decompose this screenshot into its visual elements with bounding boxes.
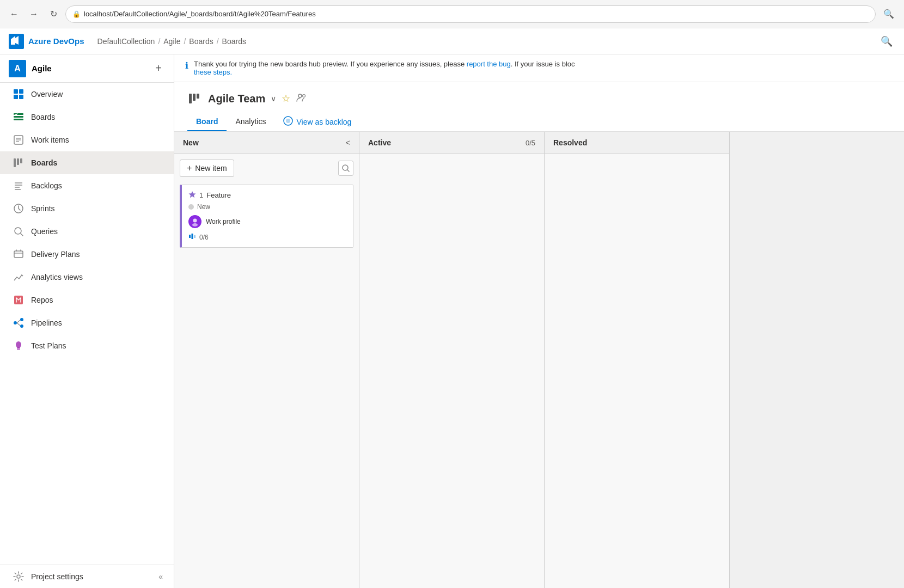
- breadcrumb: DefaultCollection / Agile / Boards / Boa…: [97, 37, 246, 46]
- sidebar-item-boards-section[interactable]: Boards: [0, 106, 174, 128]
- sidebar-item-repos-label: Repos: [31, 296, 53, 304]
- svg-line-31: [17, 323, 20, 326]
- breadcrumb-item-1[interactable]: Agile: [163, 37, 180, 46]
- column-resolved-title: Resolved: [553, 138, 720, 147]
- card-type-icon: [188, 191, 196, 200]
- card-search-button[interactable]: [338, 161, 353, 176]
- sidebar-item-sprints-label: Sprints: [31, 204, 55, 213]
- sidebar-item-backlogs[interactable]: Backlogs: [0, 174, 174, 197]
- svg-rect-4: [19, 95, 23, 99]
- sidebar-item-boards-section-label: Boards: [31, 113, 55, 121]
- board-title-team-icon[interactable]: [296, 92, 307, 106]
- overview-icon: [13, 88, 25, 100]
- board-title-chevron[interactable]: ∨: [271, 94, 276, 103]
- svg-point-35: [17, 575, 20, 578]
- logo-area[interactable]: Azure DevOps: [9, 34, 84, 49]
- board-columns: New < + New item: [174, 132, 904, 588]
- sidebar-item-test-plans[interactable]: Test Plans: [0, 334, 174, 357]
- card-avatar-row: Work profile: [188, 215, 346, 228]
- sidebar-item-delivery-plans[interactable]: Delivery Plans: [0, 243, 174, 266]
- card-status-text: New: [197, 203, 210, 211]
- report-bug-link[interactable]: report the bug: [467, 60, 511, 68]
- test-plans-icon: [13, 340, 25, 352]
- sidebar-item-queries[interactable]: Queries: [0, 220, 174, 243]
- app-container: Azure DevOps DefaultCollection / Agile /…: [0, 28, 904, 588]
- column-new-title: New: [183, 138, 341, 147]
- sidebar-item-repos[interactable]: Repos: [0, 289, 174, 311]
- card-progress-text: 0/6: [199, 234, 209, 241]
- sidebar-item-pipelines[interactable]: Pipelines: [0, 311, 174, 334]
- svg-rect-7: [14, 119, 23, 120]
- sidebar-item-sprints[interactable]: Sprints: [0, 197, 174, 220]
- address-bar[interactable]: 🔒 localhost/DefaultCollection/Agile/_boa…: [65, 5, 876, 23]
- sidebar-item-test-plans-label: Test Plans: [31, 341, 66, 350]
- view-as-backlog-label: View as backlog: [296, 118, 351, 126]
- svg-point-47: [193, 219, 197, 223]
- sidebar-project-header: A Agile +: [0, 54, 174, 83]
- these-steps-link[interactable]: these steps.: [194, 68, 232, 76]
- project-settings-icon: [13, 571, 25, 583]
- svg-rect-49: [189, 235, 191, 238]
- view-as-backlog-icon: [283, 116, 293, 128]
- breadcrumb-sep-1: /: [184, 37, 186, 46]
- board-card[interactable]: 1 Feature New: [180, 185, 353, 248]
- delivery-plans-icon: [13, 248, 25, 260]
- breadcrumb-item-2[interactable]: Boards: [189, 37, 213, 46]
- board-title-star[interactable]: ☆: [282, 93, 290, 105]
- board-header: Agile Team ∨ ☆ Board Analytics: [174, 82, 904, 132]
- back-button[interactable]: ←: [7, 7, 22, 22]
- column-resolved-body: [545, 154, 729, 588]
- column-active: Active 0/5: [359, 132, 545, 588]
- content-area: ℹ Thank you for trying the new boards hu…: [174, 54, 904, 588]
- column-new-header: New <: [174, 132, 359, 154]
- search-button[interactable]: 🔍: [878, 33, 895, 50]
- tab-board[interactable]: Board: [187, 113, 227, 131]
- svg-rect-2: [19, 89, 23, 94]
- work-items-icon: [13, 134, 25, 146]
- sidebar-item-backlogs-label: Backlogs: [31, 181, 62, 190]
- column-resolved: Resolved: [545, 132, 730, 588]
- info-banner: ℹ Thank you for trying the new boards hu…: [174, 54, 904, 82]
- sidebar-item-overview[interactable]: Overview: [0, 83, 174, 106]
- sidebar-item-boards[interactable]: Boards: [0, 151, 174, 174]
- analytics-views-icon: [13, 271, 25, 283]
- forward-button[interactable]: →: [26, 7, 41, 22]
- svg-point-32: [16, 341, 21, 348]
- svg-rect-37: [193, 94, 196, 101]
- svg-line-30: [17, 320, 20, 323]
- svg-point-28: [20, 318, 23, 321]
- sidebar-item-work-items[interactable]: Work items: [0, 128, 174, 151]
- view-as-backlog-button[interactable]: View as backlog: [283, 116, 351, 128]
- sidebar-item-queries-label: Queries: [31, 227, 58, 236]
- card-progress-row: 0/6: [188, 232, 346, 242]
- breadcrumb-item-0[interactable]: DefaultCollection: [97, 37, 155, 46]
- svg-line-21: [21, 234, 23, 236]
- tab-analytics[interactable]: Analytics: [227, 113, 274, 131]
- svg-point-42: [286, 119, 290, 123]
- board-title-row: Agile Team ∨ ☆: [187, 91, 891, 106]
- sidebar-item-boards-label: Boards: [31, 158, 57, 167]
- sidebar-item-project-settings-label: Project settings: [31, 572, 83, 581]
- breadcrumb-item-3[interactable]: Boards: [222, 37, 246, 46]
- sidebar-collapse-icon[interactable]: «: [158, 572, 163, 581]
- boards-section-icon: [13, 111, 25, 123]
- board-title-icon: [187, 91, 203, 106]
- card-status-row: New: [188, 203, 346, 211]
- refresh-button[interactable]: ↻: [46, 7, 61, 22]
- card-status-dot: [188, 204, 194, 210]
- column-new-collapse-button[interactable]: <: [346, 138, 350, 147]
- svg-point-20: [15, 228, 21, 234]
- card-id: 1: [199, 191, 203, 199]
- svg-line-44: [347, 170, 349, 171]
- svg-point-39: [298, 94, 302, 97]
- svg-point-29: [20, 324, 23, 328]
- project-add-button[interactable]: +: [152, 62, 165, 75]
- sidebar-item-analytics-views[interactable]: Analytics views: [0, 266, 174, 289]
- backlogs-icon: [13, 180, 25, 192]
- sidebar-item-analytics-views-label: Analytics views: [31, 273, 83, 281]
- new-item-button[interactable]: + New item: [180, 160, 234, 177]
- browser-search-button[interactable]: 🔍: [880, 5, 897, 23]
- boards-icon: [13, 157, 25, 169]
- queries-icon: [13, 225, 25, 237]
- sidebar-item-project-settings[interactable]: Project settings «: [0, 565, 174, 588]
